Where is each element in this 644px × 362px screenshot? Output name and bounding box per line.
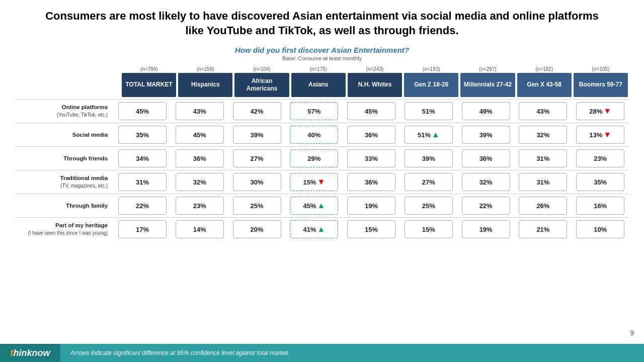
cell-value: 45% xyxy=(365,108,378,115)
cell-value: 39% xyxy=(422,155,435,162)
cell-box-1-4: 36% xyxy=(347,126,395,144)
cell-2-6: 36% xyxy=(458,149,514,167)
cell-3-2: 30% xyxy=(229,173,285,191)
cell-box-2-3: 29% xyxy=(290,149,338,167)
cell-value: 29% xyxy=(307,155,320,162)
cell-value: 25% xyxy=(251,202,264,210)
main-content: Consumers are most likely to have discov… xyxy=(0,0,644,241)
arrow-down-icon: ▼ xyxy=(317,177,325,187)
cell-3-0: 31% xyxy=(115,173,170,191)
cell-5-5: 15% xyxy=(401,220,456,238)
cell-1-8: 13%▼ xyxy=(573,126,628,144)
cell-4-2: 25% xyxy=(229,197,285,215)
cell-box-4-2: 25% xyxy=(233,197,281,215)
col-n-total: (n=784) xyxy=(140,66,158,72)
cell-box-2-7: 31% xyxy=(519,149,567,167)
cell-box-2-5: 39% xyxy=(405,149,453,167)
cell-value: 57% xyxy=(307,108,320,115)
cell-box-1-7: 32% xyxy=(519,126,567,144)
cell-value: 27% xyxy=(422,178,435,186)
cell-box-3-6: 32% xyxy=(462,173,510,191)
cell-value: 40% xyxy=(307,131,320,139)
cell-box-5-2: 20% xyxy=(233,220,281,238)
cell-box-5-8: 10% xyxy=(576,220,624,238)
cell-box-3-1: 32% xyxy=(176,173,224,191)
cell-0-0: 45% xyxy=(115,102,170,120)
cell-3-7: 31% xyxy=(516,173,571,191)
cell-box-5-0: 17% xyxy=(118,220,167,238)
arrow-down-icon: ▼ xyxy=(603,107,611,116)
cell-value: 30% xyxy=(251,178,264,186)
cell-value: 15% xyxy=(365,226,378,233)
cell-3-1: 32% xyxy=(172,173,227,191)
cell-value: 35% xyxy=(594,178,607,186)
cell-2-8: 23% xyxy=(573,149,628,167)
col-group-african: (n=104)African Americans xyxy=(234,66,289,97)
cell-box-0-2: 42% xyxy=(233,102,281,120)
cell-0-2: 42% xyxy=(229,102,285,120)
cell-2-0: 34% xyxy=(115,149,170,167)
col-n-african: (n=104) xyxy=(253,66,271,72)
cell-value: 15% xyxy=(422,226,435,233)
cell-3-5: 27% xyxy=(401,173,456,191)
cell-box-3-8: 35% xyxy=(576,173,624,191)
col-header-total: TOTAL MARKET xyxy=(122,73,176,97)
cell-box-0-3: 57% xyxy=(290,102,338,120)
table-row: Online platforms(YouTube, TikTok, etc.)4… xyxy=(15,99,629,123)
cell-box-1-5: 51%▲ xyxy=(405,126,453,144)
cell-0-5: 51% xyxy=(401,102,456,120)
cell-1-0: 35% xyxy=(115,126,170,144)
cell-4-3: 45%▲ xyxy=(286,197,342,215)
col-n-asians: (n=175) xyxy=(309,66,327,72)
cell-box-1-6: 39% xyxy=(462,126,510,144)
cell-3-3: 15%▼ xyxy=(286,173,342,191)
cell-box-3-2: 30% xyxy=(233,173,281,191)
cell-2-1: 36% xyxy=(172,149,227,167)
cell-value: 34% xyxy=(136,155,149,162)
arrow-up-icon: ▲ xyxy=(317,225,325,234)
col-n-hispanics: (n=258) xyxy=(197,66,214,72)
cell-value: 43% xyxy=(193,108,206,115)
cell-3-6: 32% xyxy=(458,173,514,191)
row-label-1: Social media xyxy=(15,131,114,139)
cell-box-3-5: 27% xyxy=(405,173,453,191)
cell-5-8: 10% xyxy=(573,220,628,238)
cell-box-5-1: 14% xyxy=(176,220,224,238)
cell-value: 31% xyxy=(536,155,549,162)
col-group-genz: (n=193)Gen Z 18-26 xyxy=(404,66,458,97)
cell-value: 32% xyxy=(193,178,206,186)
cell-box-2-2: 27% xyxy=(233,149,281,167)
cell-0-3: 57% xyxy=(286,102,342,120)
cell-value: 20% xyxy=(251,226,264,233)
chart-question: How did you first discover Asian Enterta… xyxy=(15,46,629,54)
cell-value: 42% xyxy=(251,108,264,115)
chart-base: Base: Consume at least monthly xyxy=(15,55,629,61)
cell-value: 15% xyxy=(303,178,316,186)
brand-text: thinknow xyxy=(11,348,50,358)
cell-value: 45% xyxy=(136,108,149,115)
cell-value: 14% xyxy=(193,226,206,233)
col-group-total: (n=784)TOTAL MARKET xyxy=(122,66,176,97)
row-label-3: Traditional media(TV, magazines, etc.) xyxy=(15,174,114,190)
cell-4-4: 19% xyxy=(344,197,399,215)
col-header-whites: N.H. Whites xyxy=(348,73,402,97)
cell-1-4: 36% xyxy=(344,126,399,144)
cell-box-5-7: 21% xyxy=(519,220,567,238)
cell-box-4-1: 23% xyxy=(176,197,224,215)
cell-value: 26% xyxy=(536,202,549,210)
cell-value: 49% xyxy=(479,108,493,115)
cell-0-7: 43% xyxy=(516,102,571,120)
cell-value: 21% xyxy=(536,226,549,233)
col-group-boomers: (n=105)Boomers 59-77 xyxy=(574,66,628,97)
cell-value: 28% xyxy=(589,108,602,115)
cell-box-5-5: 15% xyxy=(405,220,453,238)
cell-value: 36% xyxy=(193,155,206,162)
arrow-up-icon: ▲ xyxy=(432,130,440,139)
cell-box-2-8: 23% xyxy=(576,149,624,167)
col-header-millennials: Millennials 27-42 xyxy=(460,73,515,97)
cell-box-2-4: 33% xyxy=(347,149,395,167)
page-number: 9 xyxy=(630,329,634,337)
cell-box-4-6: 22% xyxy=(462,197,510,215)
cell-value: 10% xyxy=(594,226,607,233)
col-header-asians: Asians xyxy=(291,73,346,97)
